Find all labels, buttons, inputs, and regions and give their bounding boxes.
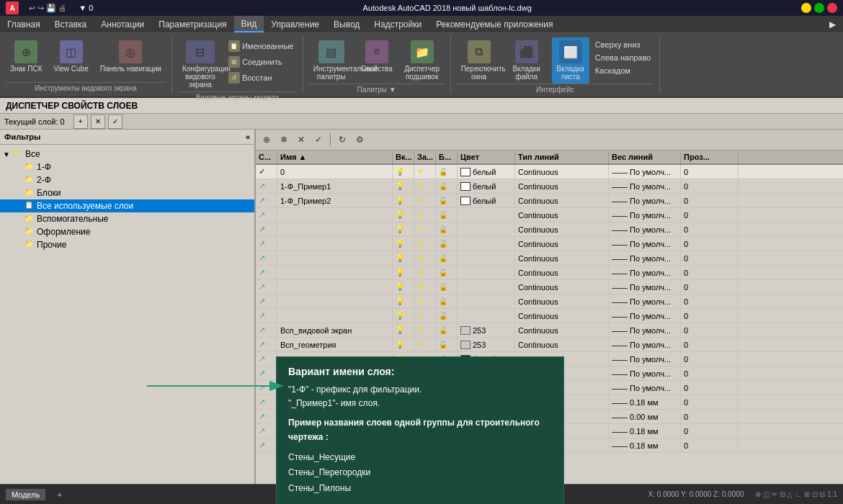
ribbon-btn-switch-windows[interactable]: ⧉ Переключить окна xyxy=(457,37,501,84)
th-plot[interactable]: Проз... xyxy=(681,150,739,163)
ribbon-btn-file-tabs[interactable]: ⬛ Вкладки файла xyxy=(504,37,549,84)
ribbon-btn-properties[interactable]: ≡ Свойства xyxy=(357,37,397,76)
example-3: Стены_Пилоны xyxy=(288,481,552,497)
layer-row-h2[interactable]: ↗ 💡 ☀ 🔓 Continuous —— По умолч... 0 xyxy=(256,222,843,237)
coords-display: X: 0.0000 Y: 0.0000 Z: 0.0000 xyxy=(648,490,744,498)
ribbon-btn-cascade[interactable]: Каскадом xyxy=(592,65,654,76)
ribbon-btn-psk[interactable]: ⊕ Знак ПСК xyxy=(6,37,47,76)
tree-item-auxiliary[interactable]: 📁 Вспомогательные xyxy=(0,212,254,225)
th-status[interactable]: С... xyxy=(256,150,277,163)
app-icon: A xyxy=(6,1,19,14)
layer-row-vsp-geom[interactable]: ↗ Всп_геометрия 💡 ☀ 🔓 253 Continuous —— … xyxy=(256,338,843,352)
refresh-btn[interactable]: ↻ xyxy=(334,132,350,148)
ribbon-btn-sheet-tab[interactable]: ⬜ Вкладка листа xyxy=(552,37,589,84)
new-layer-toolbar-btn[interactable]: ⊕ xyxy=(259,132,275,148)
td-lock-h5: 🔓 xyxy=(436,266,458,279)
ribbon-btn-sheet-manager[interactable]: 📁 Диспетчер подшивок xyxy=(400,37,445,84)
ribbon-btn-navpanel[interactable]: ◎ Панель навигации xyxy=(96,37,166,76)
td-linetype-h7: Continuous xyxy=(515,294,609,308)
collapse-filters-btn[interactable]: « xyxy=(246,132,250,141)
settings-btn[interactable]: ⚙ xyxy=(352,132,367,148)
th-on[interactable]: Вк... xyxy=(393,150,414,163)
menu-addons[interactable]: Надстройки xyxy=(367,16,429,32)
ribbon-btn-named[interactable]: 📋 Именованные xyxy=(226,39,297,53)
tree-item-1f[interactable]: 📁 1-Ф xyxy=(0,161,254,174)
td-linetype-h4: Continuous xyxy=(515,251,609,265)
layer-row-h8[interactable]: ↗ 💡 ☀ 🔓 Continuous —— По умолч... 0 xyxy=(256,309,843,323)
layer-row-1f-p1[interactable]: ↗ 1-Ф_Пример1 💡 ☀ 🔓 белый Continuous —— … xyxy=(256,179,843,194)
menu-insert[interactable]: Вставка xyxy=(48,16,94,32)
layer-row-h7[interactable]: ↗ 💡 ☀ 🔓 Continuous —— По умолч... 0 xyxy=(256,294,843,309)
td-freeze-h6: ☀ xyxy=(414,280,436,294)
ribbon-btn-join[interactable]: ⊞ Соединить xyxy=(226,55,297,69)
tree-icon-design: 📁 xyxy=(24,227,35,237)
set-current-btn[interactable]: ✓ xyxy=(108,114,122,129)
menu-parametric[interactable]: Параметризация xyxy=(151,16,233,32)
ribbon-btn-cascade-top-bottom[interactable]: Сверху вниз xyxy=(592,39,654,50)
th-linetype[interactable]: Тип линий xyxy=(515,150,609,163)
tree-item-all[interactable]: ▼ ⊛ Все xyxy=(0,148,254,161)
menu-view[interactable]: Вид xyxy=(234,16,264,32)
current-layer-bar: Текущий слой: 0 + ✕ ✓ xyxy=(0,114,843,130)
menu-output[interactable]: Вывод xyxy=(326,16,367,32)
menu-overflow[interactable]: ▶ xyxy=(822,16,843,32)
model-tab[interactable]: Модель xyxy=(6,489,45,500)
td-lock-h2: 🔓 xyxy=(436,222,458,236)
ribbon-btn-restore[interactable]: ↺ Восстан xyxy=(226,71,297,85)
tree-label-design: Оформление xyxy=(37,227,90,237)
td-plot-1fp2: 0 xyxy=(681,194,739,207)
close-button[interactable] xyxy=(827,3,837,13)
ribbon-btn-cascade-left-right[interactable]: Слева направо xyxy=(592,52,654,63)
menu-recommended[interactable]: Рекомендуемые приложения xyxy=(429,16,560,32)
maximize-button[interactable] xyxy=(814,3,824,13)
menu-annotations[interactable]: Аннотации xyxy=(94,16,151,32)
td-plot-h5: 0 xyxy=(681,266,739,279)
menu-home[interactable]: Главная xyxy=(0,16,48,32)
new-layer-btn[interactable]: + xyxy=(73,114,88,129)
viewcube-icon: ◫ xyxy=(60,40,83,63)
th-lock[interactable]: Б... xyxy=(436,150,458,163)
td-status-h2: ↗ xyxy=(256,222,277,236)
th-lineweight[interactable]: Вес линий xyxy=(609,150,681,163)
td-plot-h7: 0 xyxy=(681,294,739,308)
layer-row-h3[interactable]: ↗ 💡 ☀ 🔓 Continuous —— По умолч... 0 xyxy=(256,237,843,251)
tree-item-all-used[interactable]: 📋 Все используемые слои xyxy=(0,199,254,212)
tree-item-2f[interactable]: 📁 2-Ф xyxy=(0,174,254,186)
td-lock-h6: 🔓 xyxy=(436,280,458,294)
set-current-toolbar-btn[interactable]: ✓ xyxy=(311,132,326,148)
layer-row-h6[interactable]: ↗ 💡 ☀ 🔓 Continuous —— По умолч... 0 xyxy=(256,280,843,294)
delete-layer-toolbar-btn[interactable]: ✕ xyxy=(293,132,309,148)
delete-layer-btn[interactable]: ✕ xyxy=(91,114,105,129)
layer-row-h5[interactable]: ↗ 💡 ☀ 🔓 Continuous —— По умолч... 0 xyxy=(256,266,843,280)
ribbon-btn-viewcube[interactable]: ◫ View Cube xyxy=(50,37,93,76)
layout1-tab[interactable]: + xyxy=(51,489,67,500)
th-color[interactable]: Цвет xyxy=(458,150,515,163)
ribbon-btn-viewport-config[interactable]: ⊟ Конфигурация видового экрана xyxy=(178,37,223,91)
layer-naming-infobox: Вариант имени слоя: "1-Ф" - префикс для … xyxy=(276,356,564,504)
td-linetype-0: Continuous xyxy=(515,165,609,179)
new-frozen-layer-btn[interactable]: ❄ xyxy=(276,132,292,148)
minimize-button[interactable] xyxy=(801,3,811,13)
layer-row-1f-p2[interactable]: ↗ 1-Ф_Пример2 💡 ☀ 🔓 белый Continuous —— … xyxy=(256,194,843,208)
td-on-1fp2: 💡 xyxy=(393,194,414,207)
layer-row-0[interactable]: ✓ 0 💡 ☀ 🔓 белый Continuous —— По умолч..… xyxy=(256,165,843,179)
td-lineweight-1fp2: —— По умолч... xyxy=(609,194,681,207)
infobox-line1-text: "1-Ф" - префикс для фильтрации. xyxy=(288,384,422,395)
arrow-graphic xyxy=(147,364,277,408)
layer-row-h1[interactable]: ↗ 💡 ☀ 🔓 Continuous —— По умолч... 0 xyxy=(256,208,843,222)
td-linetype-h6: Continuous xyxy=(515,280,609,294)
layer-row-vsp-view[interactable]: ↗ Всп_видовой экран 💡 ☀ 🔓 253 Continuous… xyxy=(256,323,843,338)
tree-item-design[interactable]: 📁 Оформление xyxy=(0,225,254,238)
td-plot-ofrazm: 0 xyxy=(681,438,739,452)
menu-manage[interactable]: Управление xyxy=(264,16,326,32)
layer-row-h4[interactable]: ↗ 💡 ☀ 🔓 Continuous —— По умолч... 0 xyxy=(256,251,843,266)
tree-item-other[interactable]: 📁 Прочие xyxy=(0,238,254,251)
td-status-h7: ↗ xyxy=(256,294,277,308)
tree-item-blocks[interactable]: 📁 Блоки xyxy=(0,186,254,199)
th-name[interactable]: Имя ▲ xyxy=(277,150,393,163)
ribbon-group-viewports-label: Видовые экраны модели xyxy=(178,91,297,102)
ribbon-btn-tool-palettes[interactable]: ▤ Инструментальные палитры xyxy=(309,37,354,84)
th-freeze[interactable]: За... xyxy=(414,150,436,163)
td-linetype-1fp1: Continuous xyxy=(515,179,609,193)
td-freeze-h2: ☀ xyxy=(414,222,436,236)
